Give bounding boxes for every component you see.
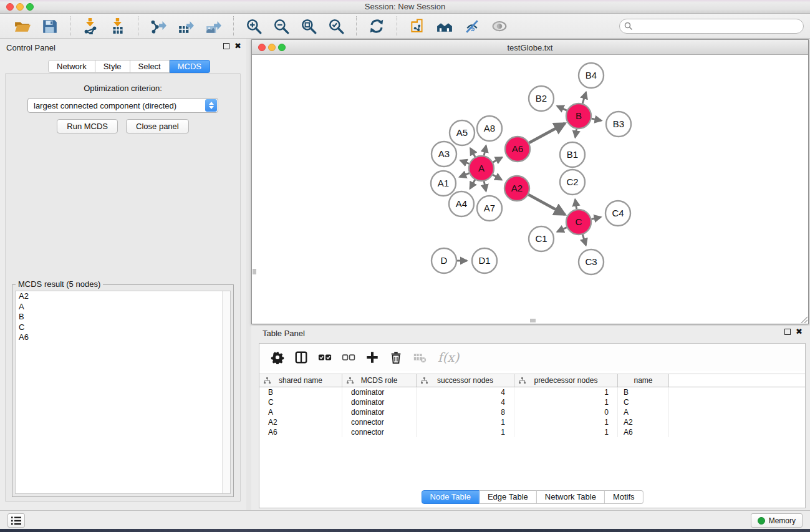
zoom-in-button[interactable]	[240, 16, 268, 37]
table-cell[interactable]: 4	[417, 387, 514, 397]
table-row[interactable]: Cdominator41C	[259, 397, 805, 407]
column-header-MCDS-role[interactable]: MCDS role	[342, 374, 417, 387]
export-table-button[interactable]	[172, 16, 200, 37]
table-cell[interactable]: dominator	[342, 387, 417, 397]
tab-select[interactable]: Select	[130, 60, 170, 73]
graph-edge-A-A1[interactable]	[460, 173, 469, 177]
network-window-titlebar[interactable]: testGlobe.txt	[252, 40, 808, 55]
table-cell[interactable]: A	[259, 407, 342, 417]
graph-edge-B-B2[interactable]	[557, 106, 567, 110]
tab-mcds[interactable]: MCDS	[170, 60, 210, 73]
tab-network-table[interactable]: Network Table	[537, 490, 605, 504]
tab-style[interactable]: Style	[95, 60, 130, 73]
graph-node-C1[interactable]: C1	[529, 226, 554, 251]
result-list-scrollbar[interactable]	[222, 291, 230, 493]
table-cell[interactable]: 1	[514, 417, 618, 427]
table-row[interactable]: Bdominator41B	[259, 387, 805, 397]
graph-node-C2[interactable]: C2	[560, 170, 585, 195]
run-mcds-button[interactable]: Run MCDS	[57, 119, 118, 133]
table-cell[interactable]: connector	[342, 427, 417, 437]
graph-edge-C-C3[interactable]	[582, 235, 586, 245]
table-close-panel-icon[interactable]: ✖	[796, 329, 803, 335]
table-row[interactable]: A2connector11A2	[259, 417, 805, 427]
float-panel-icon[interactable]	[223, 43, 229, 49]
zoom-selected-button[interactable]	[322, 16, 350, 37]
graph-edge-A-A7[interactable]	[484, 181, 486, 191]
hide-graphics-details-button[interactable]	[458, 16, 486, 37]
graph-edge-A-A4[interactable]	[470, 180, 475, 188]
resize-grip-icon[interactable]	[799, 315, 808, 323]
mcds-result-list[interactable]: A2ABCA6	[15, 291, 231, 494]
table-row[interactable]: Adominator80A	[259, 407, 805, 417]
graph-edge-C-C1[interactable]	[557, 228, 567, 232]
table-cell[interactable]: connector	[342, 417, 417, 427]
graph-node-B4[interactable]: B4	[579, 63, 604, 88]
apply-layout-button[interactable]	[363, 16, 390, 37]
result-list-item[interactable]: A	[16, 302, 230, 312]
close-panel-icon[interactable]: ✖	[234, 43, 241, 49]
export-network-button[interactable]	[145, 16, 172, 37]
settings-button[interactable]	[267, 347, 288, 367]
graph-node-C3[interactable]: C3	[579, 249, 604, 274]
result-list-item[interactable]: B	[16, 312, 230, 322]
table-cell[interactable]: dominator	[342, 407, 417, 417]
table-row[interactable]: A6connector11A6	[259, 427, 805, 437]
zoom-fit-button[interactable]	[295, 16, 322, 37]
tab-motifs[interactable]: Motifs	[605, 490, 644, 504]
network-overview-button[interactable]	[431, 16, 458, 37]
table-cell[interactable]: A	[618, 407, 669, 417]
tab-network[interactable]: Network	[48, 60, 95, 73]
graph-node-B[interactable]: B	[566, 104, 591, 128]
table-cell[interactable]: B	[618, 387, 669, 397]
graph-edge-A-A8[interactable]	[484, 145, 486, 155]
graph-edge-B-B1[interactable]	[575, 129, 576, 138]
graph-edge-A2-C[interactable]	[528, 195, 565, 215]
result-list-item[interactable]: C	[16, 322, 230, 333]
table-cell[interactable]: 0	[514, 407, 618, 417]
import-table-button[interactable]	[104, 16, 132, 37]
graph-node-A6[interactable]: A6	[505, 137, 530, 162]
graph-node-B2[interactable]: B2	[529, 86, 554, 111]
graph-node-D1[interactable]: D1	[472, 248, 497, 273]
graph-node-B3[interactable]: B3	[606, 112, 631, 137]
add-entry-button[interactable]	[362, 347, 383, 367]
delete-table-button[interactable]	[409, 347, 430, 367]
export-image-button[interactable]	[200, 16, 227, 37]
graph-node-A4[interactable]: A4	[449, 191, 474, 216]
graph-node-C[interactable]: C	[566, 210, 591, 235]
network-canvas[interactable]: B4B2BB3A5A8A6B1A3AC2A1A2A4A7C4CC1DD1C3	[252, 55, 808, 324]
table-cell[interactable]: A6	[259, 427, 342, 437]
table-cell[interactable]: C	[259, 397, 342, 407]
column-header-name[interactable]: name	[618, 374, 669, 387]
columns-button[interactable]	[291, 347, 312, 367]
result-list-item[interactable]: A6	[16, 332, 230, 343]
graph-node-A[interactable]: A	[469, 156, 494, 181]
graph-edge-B-B4[interactable]	[582, 92, 586, 104]
birds-eye-view-button[interactable]	[486, 16, 513, 37]
graph-node-A8[interactable]: A8	[477, 116, 502, 141]
import-network-button[interactable]	[77, 16, 104, 37]
table-cell[interactable]: C	[618, 397, 669, 407]
table-cell[interactable]: A2	[259, 417, 342, 427]
column-header-successor-nodes[interactable]: successor nodes	[417, 374, 514, 387]
graph-edge-A-A2[interactable]	[493, 175, 501, 180]
graph-edge-A-A6[interactable]	[493, 157, 503, 162]
graph-node-A2[interactable]: A2	[504, 176, 529, 201]
graph-node-B1[interactable]: B1	[560, 142, 585, 167]
panel-menu-button[interactable]	[7, 513, 25, 528]
graph-edge-C-C2[interactable]	[575, 200, 576, 210]
column-header-predecessor-nodes[interactable]: predecessor nodes	[514, 374, 618, 387]
table-cell[interactable]: 1	[514, 427, 618, 437]
graph-edge-A-A3[interactable]	[460, 160, 469, 163]
table-cell[interactable]: 1	[514, 387, 618, 397]
graph-edge-C-C4[interactable]	[591, 217, 600, 219]
table-cell[interactable]: B	[259, 387, 342, 397]
graph-edge-A-A5[interactable]	[470, 148, 475, 157]
deselect-all-button[interactable]	[338, 347, 359, 367]
table-cell[interactable]: A6	[618, 427, 669, 437]
result-list-item[interactable]: A2	[16, 291, 230, 302]
select-all-button[interactable]	[314, 347, 335, 367]
graph-node-A5[interactable]: A5	[450, 120, 475, 145]
graph-node-C4[interactable]: C4	[605, 201, 630, 226]
graph-node-A1[interactable]: A1	[431, 171, 456, 196]
